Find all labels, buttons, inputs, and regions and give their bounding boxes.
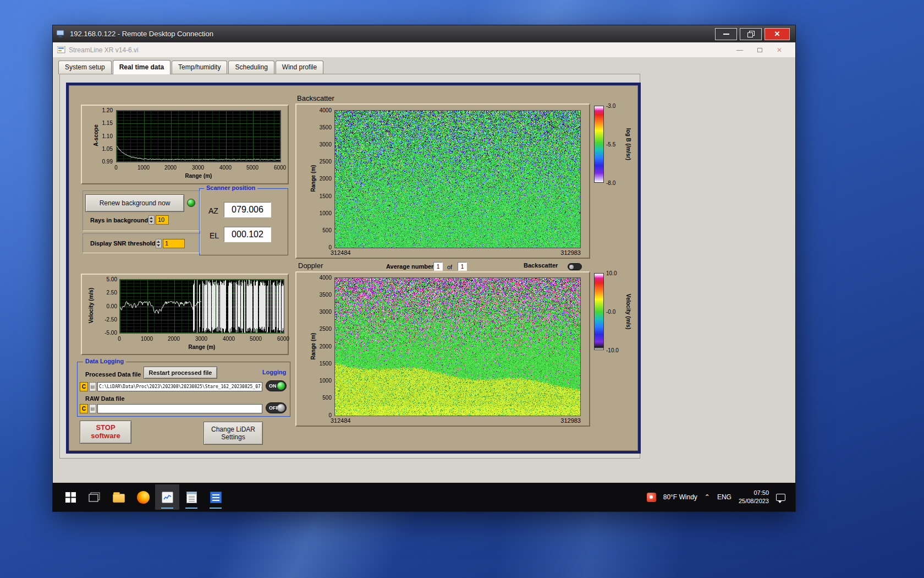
x-first-tick: 312484	[331, 250, 351, 256]
rdp-minimize-button[interactable]	[715, 28, 737, 40]
rdp-titlebar[interactable]: 192.168.0.122 - Remote Desktop Connectio…	[53, 25, 795, 42]
y-tick: 1500	[305, 193, 332, 199]
x-last-tick: 312983	[538, 250, 581, 256]
snr-value-field[interactable]: 1	[163, 239, 185, 248]
app-icon	[57, 46, 65, 53]
y-tick: 1000	[305, 210, 332, 216]
backscatter-toggle[interactable]	[568, 263, 582, 270]
rays-value-field[interactable]: 10	[156, 215, 169, 225]
raw-drive-button[interactable]: C	[80, 404, 88, 413]
system-tray: 80°F Windy ⌃ ENG 07:50 25/08/2023	[647, 489, 790, 505]
x-tick: 4000	[218, 336, 240, 342]
backscatter-colorbar	[594, 106, 604, 183]
tab-system-setup[interactable]: System setup	[58, 61, 112, 74]
processed-browse-button[interactable]: ▤	[89, 382, 96, 391]
rays-in-background-label: Rays in background	[90, 217, 148, 223]
restart-processed-file-button[interactable]: Restart processed file	[144, 367, 217, 379]
app-titlebar[interactable]: StreamLine XR v14-6.vi — ✕	[53, 42, 795, 58]
az-value-field[interactable]: 079.006	[224, 202, 271, 217]
weather-text[interactable]: 80°F Windy	[663, 493, 697, 501]
rdp-restore-button[interactable]	[740, 28, 762, 40]
processed-data-file-label: Processed Data file	[85, 371, 141, 378]
x-tick: 3000	[190, 336, 212, 342]
doppler-colorbar	[594, 273, 604, 350]
backscatter-heatmap	[335, 111, 580, 248]
processed-logging-toggle[interactable]: ON	[266, 380, 287, 391]
tab-temp-humidity[interactable]: Temp/humidity	[172, 61, 227, 74]
tab-bar: System setup Real time data Temp/humidit…	[58, 61, 323, 74]
average-total-field[interactable]: 1	[458, 262, 467, 271]
y-tick: 1.10	[86, 133, 113, 139]
rays-spinner[interactable]	[148, 215, 155, 225]
raw-path-field[interactable]	[97, 404, 262, 413]
app-maximize-button[interactable]	[757, 46, 762, 54]
processed-path-value: C:\LiDAR\Data\Proc\2023\202308\20230825\…	[99, 384, 262, 389]
tray-chevron-icon[interactable]: ⌃	[705, 493, 710, 501]
x-tick: 6000	[269, 165, 291, 171]
clock-date: 25/08/2023	[739, 498, 769, 504]
y-tick: 0.99	[86, 159, 113, 165]
x-tick: 1000	[136, 336, 158, 342]
y-tick: 3500	[305, 292, 332, 298]
y-tick: 3000	[305, 141, 332, 148]
tab-scheduling[interactable]: Scheduling	[228, 61, 274, 74]
average-number-label: Average number	[386, 263, 433, 270]
average-number-field[interactable]: 1	[433, 262, 443, 271]
doppler-title: Doppler	[298, 261, 323, 270]
el-label: EL	[210, 231, 219, 240]
on-lamp	[277, 382, 285, 390]
y-tick: 0	[305, 412, 332, 418]
change-lidar-settings-button[interactable]: Change LiDAR Settings	[204, 422, 263, 445]
streamline-app-icon[interactable]	[155, 484, 179, 510]
clock-time: 07:50	[754, 489, 769, 496]
raw-browse-button[interactable]: ▤	[89, 404, 96, 413]
blue-document-icon[interactable]	[204, 484, 228, 510]
scan-schedule-icon[interactable]	[179, 484, 204, 510]
y-tick: 1500	[305, 361, 332, 367]
y-tick: 500	[305, 395, 332, 401]
x-tick: 6000	[272, 336, 294, 342]
firefox-icon[interactable]	[131, 484, 155, 510]
processed-path-field[interactable]: C:\LiDAR\Data\Proc\2023\202308\20230825\…	[97, 382, 262, 391]
snr-spinner[interactable]	[156, 239, 162, 248]
colorbar-tick: -8.0	[606, 180, 615, 186]
renew-background-button[interactable]: Renew background now	[85, 194, 184, 212]
start-button[interactable]	[58, 484, 82, 510]
y-tick: 2500	[305, 159, 332, 165]
average-number-value: 1	[437, 264, 440, 270]
x-tick: 5000	[245, 336, 267, 342]
rdp-close-button[interactable]: ✕	[765, 28, 790, 40]
of-label: of	[447, 264, 452, 270]
action-center-icon[interactable]	[776, 494, 785, 501]
tab-wind-profile[interactable]: Wind profile	[276, 61, 323, 74]
velocity-trace	[120, 280, 284, 333]
y-tick: 3500	[305, 124, 332, 130]
tab-real-time-data[interactable]: Real time data	[113, 60, 170, 74]
y-tick: 1.20	[86, 107, 113, 113]
rdp-window-title: 192.168.0.122 - Remote Desktop Connectio…	[70, 30, 213, 38]
tab-content-real-time: A-scope 1.20 1.15 1.10 1.05 0.99 0 1000 …	[59, 74, 640, 459]
y-tick: 0.00	[90, 303, 117, 309]
stop-software-button[interactable]: STOP software	[80, 421, 131, 444]
processed-drive-button[interactable]: C	[80, 382, 88, 391]
x-tick: 0	[105, 165, 127, 171]
restart-processed-file-label: Restart processed file	[149, 369, 212, 376]
y-tick: 2500	[305, 326, 332, 332]
app-close-button[interactable]: ✕	[777, 46, 782, 54]
taskbar: 80°F Windy ⌃ ENG 07:50 25/08/2023	[53, 483, 795, 511]
language-indicator[interactable]: ENG	[717, 493, 732, 501]
weather-icon[interactable]	[647, 493, 656, 502]
file-explorer-icon[interactable]	[107, 484, 131, 510]
backscatter-title: Backscatter	[297, 94, 334, 102]
doppler-colorbar-label: Velocity (m/s)	[625, 294, 631, 329]
ascope-x-axis-label: Range (m)	[155, 173, 243, 179]
taskbar-clock[interactable]: 07:50 25/08/2023	[739, 489, 769, 505]
colorbar-tick: 10.0	[606, 270, 617, 276]
el-value-field[interactable]: 000.102	[224, 227, 271, 242]
y-tick: 5.00	[90, 276, 117, 282]
raw-logging-toggle[interactable]: OFF	[266, 402, 287, 413]
x-tick: 3000	[187, 165, 209, 171]
app-minimize-button[interactable]: —	[736, 46, 743, 54]
background-controls-box: Renew background now Rays in background …	[82, 190, 200, 231]
task-view-button[interactable]	[82, 484, 107, 510]
